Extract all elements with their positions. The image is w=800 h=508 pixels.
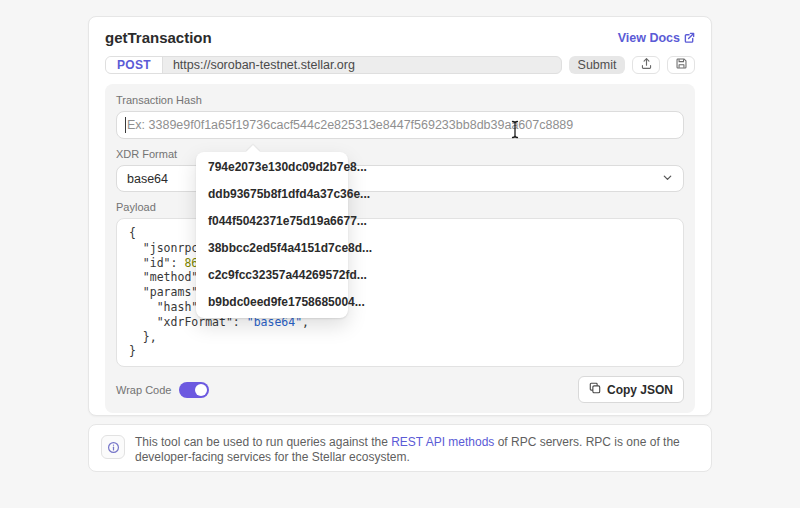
request-bar: POST Submit <box>105 56 695 74</box>
info-icon <box>101 435 125 459</box>
card-header: getTransaction View Docs <box>105 29 695 46</box>
endpoint-url-input[interactable] <box>163 57 561 73</box>
transaction-hash-field <box>116 111 684 139</box>
panel-footer: Wrap Code Copy JSON <box>116 376 684 403</box>
hash-suggestion-item[interactable]: 794e2073e130dc09d2b7e8... <box>196 156 348 179</box>
wrap-code-label: Wrap Code <box>116 384 171 396</box>
info-note: This tool can be used to run queries aga… <box>88 424 712 472</box>
copy-icon <box>589 382 601 397</box>
copy-json-label: Copy JSON <box>607 383 673 397</box>
submit-button[interactable]: Submit <box>569 56 625 74</box>
endpoint-group: POST <box>105 56 562 74</box>
note-text: This tool can be used to run queries aga… <box>135 435 699 465</box>
view-docs-label: View Docs <box>618 31 680 45</box>
hash-suggestion-item[interactable]: c2c9fcc32357a44269572fd... <box>196 264 348 287</box>
wrap-code-toggle[interactable] <box>179 382 209 398</box>
hash-suggestion-item[interactable]: 38bbcc2ed5f4a4151d7ce8d... <box>196 237 348 260</box>
xdr-format-value: base64 <box>127 172 168 186</box>
view-docs-link[interactable]: View Docs <box>618 31 695 45</box>
hash-suggestion-item[interactable]: f044f5042371e75d19a6677... <box>196 210 348 233</box>
chevron-down-icon <box>662 172 673 186</box>
rest-api-methods-link[interactable]: REST API methods <box>391 435 494 449</box>
input-caret <box>125 117 126 133</box>
hash-suggestion-item[interactable]: b9bdc0eed9fe1758685004... <box>196 291 348 314</box>
share-button[interactable] <box>632 56 660 74</box>
api-explorer-card: getTransaction View Docs POST Submit <box>88 16 712 416</box>
save-icon <box>675 57 688 73</box>
toggle-knob <box>195 384 207 396</box>
hash-suggestions-dropdown: 794e2073e130dc09d2b7e8...ddb93675b8f1dfd… <box>196 152 348 318</box>
save-button[interactable] <box>667 56 695 74</box>
http-method-badge: POST <box>106 57 163 73</box>
transaction-hash-label: Transaction Hash <box>116 94 684 106</box>
external-link-icon <box>684 32 695 43</box>
transaction-hash-input[interactable] <box>116 111 684 139</box>
upload-icon <box>640 57 653 73</box>
hash-suggestion-item[interactable]: ddb93675b8f1dfd4a37c36e... <box>196 183 348 206</box>
copy-json-button[interactable]: Copy JSON <box>578 376 684 403</box>
page-title: getTransaction <box>105 29 212 46</box>
request-form-panel: Transaction Hash XDR Format base64 Paylo… <box>105 84 695 413</box>
